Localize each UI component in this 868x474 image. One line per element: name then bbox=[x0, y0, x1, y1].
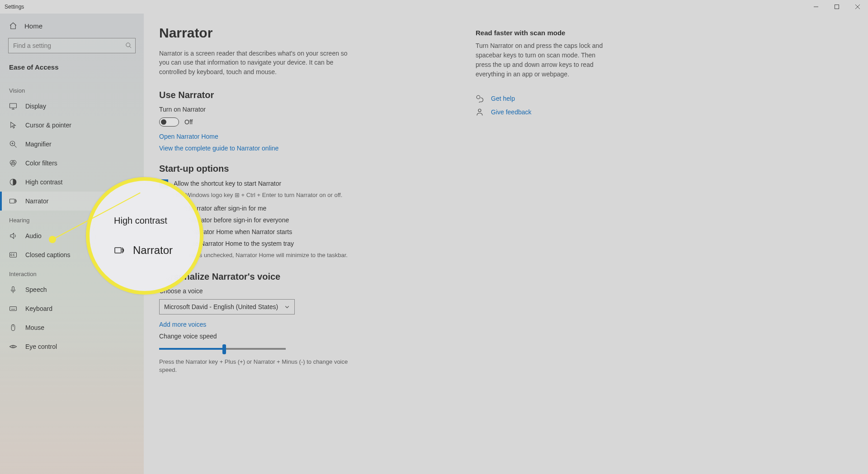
svg-rect-10 bbox=[12, 286, 14, 291]
tip-body: Turn Narrator on and press the caps lock… bbox=[476, 41, 611, 79]
sidebar-item-label: Eye control bbox=[25, 343, 57, 350]
narrator-toggle[interactable] bbox=[159, 117, 179, 127]
minimize-button[interactable] bbox=[806, 0, 826, 14]
colorfilters-icon bbox=[9, 159, 17, 167]
speed-label: Change voice speed bbox=[159, 333, 467, 340]
sidebar-item-cursor[interactable]: Cursor & pointer bbox=[0, 116, 144, 135]
sidebar-item-label: Magnifier bbox=[25, 141, 52, 148]
highcontrast-icon bbox=[9, 178, 17, 186]
sidebar-item-eyecontrol[interactable]: Eye control bbox=[0, 337, 144, 356]
maximize-button[interactable] bbox=[826, 0, 847, 14]
open-narrator-home-link[interactable]: Open Narrator Home bbox=[159, 133, 467, 140]
toggle-label: Turn on Narrator bbox=[159, 106, 467, 113]
mouse-icon bbox=[9, 324, 17, 332]
startup-heading: Start-up options bbox=[159, 164, 467, 174]
annotation-row-narrator: Narrator bbox=[114, 244, 200, 257]
narrator-guide-link[interactable]: View the complete guide to Narrator onli… bbox=[159, 145, 467, 152]
search-icon bbox=[125, 42, 132, 49]
annotation-label: Narrator bbox=[133, 244, 173, 257]
annotation-highlight-circle: High contrast Narrator bbox=[86, 177, 203, 295]
main-panel: Narrator Narrator is a screen reader tha… bbox=[144, 14, 868, 474]
cursor-icon bbox=[9, 121, 17, 129]
annotation-label: High contrast bbox=[114, 216, 167, 226]
svg-rect-2 bbox=[10, 103, 17, 108]
voice-heading: Personalize Narrator's voice bbox=[159, 272, 467, 282]
get-help-link[interactable]: Get help bbox=[476, 94, 611, 103]
titlebar: Settings bbox=[0, 0, 868, 14]
shortcut-key-label: Allow the shortcut key to start Narrator bbox=[174, 179, 281, 187]
search-input[interactable] bbox=[8, 38, 136, 53]
cc-icon bbox=[9, 251, 17, 259]
home-button[interactable]: Home bbox=[0, 17, 144, 38]
svg-rect-11 bbox=[10, 307, 17, 311]
sidebar-item-label: Narrator bbox=[25, 197, 48, 205]
chevron-down-icon bbox=[284, 304, 290, 310]
sidebar-item-label: Cursor & pointer bbox=[25, 122, 71, 129]
sidebar-item-label: Color filters bbox=[25, 160, 57, 167]
get-help-label: Get help bbox=[491, 95, 515, 102]
sidebar-item-label: Audio bbox=[25, 232, 42, 239]
home-label: Home bbox=[24, 22, 42, 30]
keyboard-icon bbox=[9, 305, 17, 313]
svg-point-14 bbox=[476, 95, 480, 99]
sidebar-item-label: Keyboard bbox=[25, 305, 52, 312]
sidebar-item-keyboard[interactable]: Keyboard bbox=[0, 299, 144, 318]
tip-title: Read faster with scan mode bbox=[476, 29, 611, 37]
svg-rect-0 bbox=[835, 5, 839, 9]
sidebar-item-colorfilters[interactable]: Color filters bbox=[0, 154, 144, 173]
content-column: Narrator Narrator is a screen reader tha… bbox=[159, 25, 467, 474]
annotation-row-highcontrast: High contrast bbox=[114, 216, 200, 226]
give-feedback-label: Give feedback bbox=[491, 108, 532, 116]
choose-voice-label: Choose a voice bbox=[159, 287, 467, 295]
add-voices-link[interactable]: Add more voices bbox=[159, 321, 467, 328]
sidebar-item-label: Closed captions bbox=[25, 251, 71, 258]
sidebar-item-display[interactable]: Display bbox=[0, 97, 144, 116]
give-feedback-link[interactable]: Give feedback bbox=[476, 108, 611, 116]
search-input-container bbox=[8, 38, 136, 53]
home-icon bbox=[9, 22, 17, 30]
annotation-dot bbox=[49, 236, 56, 243]
sidebar-item-label: Speech bbox=[25, 286, 47, 293]
speed-hint: Press the Narrator key + Plus (+) or Nar… bbox=[159, 358, 354, 375]
page-title: Narrator bbox=[159, 25, 467, 41]
feedback-icon bbox=[476, 108, 484, 116]
voice-selected: Microsoft David - English (United States… bbox=[164, 303, 278, 310]
use-narrator-heading: Use Narrator bbox=[159, 90, 467, 100]
group-vision: Vision bbox=[0, 81, 144, 97]
svg-point-15 bbox=[478, 109, 481, 112]
speech-icon bbox=[9, 286, 17, 294]
right-pane: Read faster with scan mode Turn Narrator… bbox=[467, 25, 611, 474]
svg-point-13 bbox=[12, 346, 14, 348]
magnifier-icon bbox=[9, 140, 17, 148]
svg-rect-16 bbox=[115, 248, 121, 253]
toggle-state: Off bbox=[184, 118, 193, 126]
app-title: Settings bbox=[5, 4, 24, 10]
category-header: Ease of Access bbox=[0, 61, 144, 81]
page-description: Narrator is a screen reader that describ… bbox=[159, 49, 358, 76]
sidebar-item-magnifier[interactable]: Magnifier bbox=[0, 135, 144, 154]
svg-point-1 bbox=[126, 43, 130, 47]
voice-speed-slider[interactable] bbox=[159, 348, 286, 350]
sidebar-item-label: Mouse bbox=[25, 324, 44, 331]
svg-rect-8 bbox=[10, 199, 15, 203]
sidebar-item-label: High contrast bbox=[25, 178, 62, 186]
voice-select[interactable]: Microsoft David - English (United States… bbox=[159, 299, 295, 314]
eye-icon bbox=[9, 343, 17, 351]
sidebar-item-mouse[interactable]: Mouse bbox=[0, 318, 144, 337]
narrator-icon bbox=[114, 245, 125, 256]
narrator-icon bbox=[9, 197, 17, 205]
sidebar-item-label: Display bbox=[25, 103, 46, 110]
audio-icon bbox=[9, 232, 17, 240]
display-icon bbox=[9, 102, 17, 110]
help-icon bbox=[476, 94, 484, 103]
close-button[interactable] bbox=[847, 0, 868, 14]
